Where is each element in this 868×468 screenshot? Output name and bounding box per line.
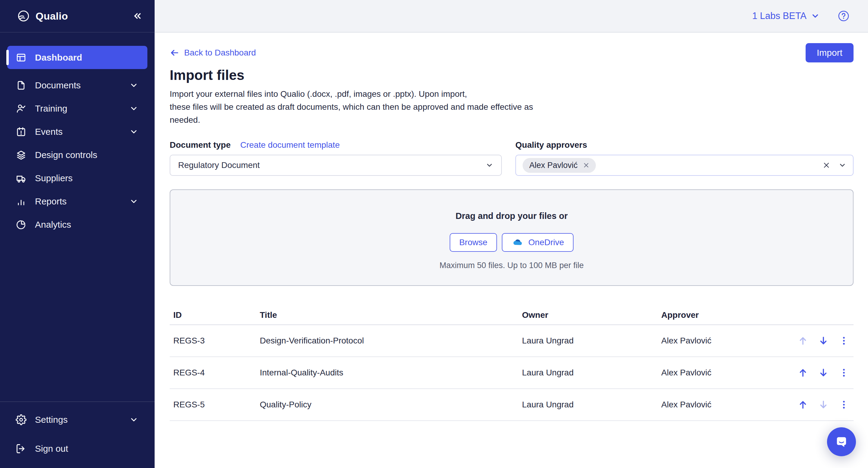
import-form-row: Document type Create document template R… xyxy=(170,140,854,176)
cell-id: REGS-4 xyxy=(170,368,256,378)
close-icon xyxy=(583,162,590,169)
help-button[interactable] xyxy=(838,10,849,22)
sidebar-item-label: Settings xyxy=(35,415,129,425)
cell-owner: Laura Ungrad xyxy=(518,400,658,409)
gear-icon xyxy=(16,414,27,425)
sidebar-item-dashboard[interactable]: Dashboard xyxy=(7,46,147,69)
sidebar-item-settings[interactable]: Settings xyxy=(7,408,147,431)
column-header-owner: Owner xyxy=(518,310,658,320)
account-switcher[interactable]: 1 Labs BETA xyxy=(752,10,820,21)
quality-approvers-field: Quality approvers Alex Pavlović xyxy=(516,140,854,176)
page-description: Import your external files into Qualio (… xyxy=(170,87,854,126)
column-header-id: ID xyxy=(170,310,256,320)
move-up-button[interactable] xyxy=(796,398,809,411)
chevron-down-icon xyxy=(129,127,138,136)
main-content: Back to Dashboard Import Import files Im… xyxy=(155,33,868,468)
cell-title: Internal-Quality-Audits xyxy=(256,368,518,378)
pie-chart-icon xyxy=(16,219,27,230)
account-label: 1 Labs BETA xyxy=(752,10,807,21)
chevron-down-icon xyxy=(129,104,138,113)
move-down-button[interactable] xyxy=(817,366,830,379)
sidebar-item-events[interactable]: Events xyxy=(7,120,147,143)
row-menu-button[interactable] xyxy=(837,334,850,347)
sidebar-item-documents[interactable]: Documents xyxy=(7,74,147,97)
user-check-icon xyxy=(16,103,27,114)
sidebar-header: Qualio xyxy=(0,0,155,33)
page-title: Import files xyxy=(170,67,854,83)
browse-button[interactable]: Browse xyxy=(450,233,497,252)
sidebar-item-sign-out[interactable]: Sign out xyxy=(7,437,147,460)
sidebar-item-label: Documents xyxy=(35,80,129,90)
move-down-button[interactable] xyxy=(817,334,830,347)
arrow-up-icon xyxy=(798,368,808,378)
row-menu-button[interactable] xyxy=(837,398,850,411)
browse-button-label: Browse xyxy=(459,238,487,247)
sidebar-item-label: Dashboard xyxy=(35,53,138,63)
file-dropzone[interactable]: Drag and drop your files or Browse OneDr… xyxy=(170,189,854,286)
cell-owner: Laura Ungrad xyxy=(518,368,658,378)
back-row: Back to Dashboard Import xyxy=(170,43,854,63)
cell-title: Design-Verification-Protocol xyxy=(256,336,518,346)
cell-title: Quality-Policy xyxy=(256,400,518,409)
sidebar-item-training[interactable]: Training xyxy=(7,97,147,120)
import-files-table: ID Title Owner Approver REGS-3 Design-Ve… xyxy=(170,306,854,421)
quality-approvers-select[interactable]: Alex Pavlović xyxy=(516,155,854,176)
arrow-down-icon xyxy=(818,335,829,346)
table-row: REGS-4 Internal-Quality-Audits Laura Ung… xyxy=(170,357,854,389)
chevron-down-icon xyxy=(811,11,820,21)
chevron-down-icon xyxy=(129,415,138,424)
chat-bubble-icon xyxy=(834,434,849,449)
bar-chart-icon xyxy=(16,196,27,207)
cell-id: REGS-5 xyxy=(170,400,256,409)
kebab-menu-icon xyxy=(839,335,849,346)
sidebar-bottom: Settings Sign out xyxy=(0,401,155,468)
clear-approvers-button[interactable] xyxy=(822,161,831,170)
cell-approver: Alex Pavlović xyxy=(658,368,793,378)
kebab-menu-icon xyxy=(839,368,849,378)
kebab-menu-icon xyxy=(839,400,849,410)
sidebar-item-reports[interactable]: Reports xyxy=(7,190,147,213)
move-down-button[interactable] xyxy=(817,398,830,411)
sign-out-icon xyxy=(16,443,27,454)
approver-tag: Alex Pavlović xyxy=(523,158,596,173)
table-header: ID Title Owner Approver xyxy=(170,306,854,325)
back-to-dashboard-link[interactable]: Back to Dashboard xyxy=(170,48,256,58)
row-menu-button[interactable] xyxy=(837,366,850,379)
sidebar-item-label: Design controls xyxy=(35,150,138,160)
cell-approver: Alex Pavlović xyxy=(658,400,793,409)
arrow-up-icon xyxy=(798,400,808,410)
description-line: Import your external files into Qualio (… xyxy=(170,87,854,100)
sidebar-item-design-controls[interactable]: Design controls xyxy=(7,143,147,167)
truck-icon xyxy=(16,173,27,184)
close-icon xyxy=(822,161,831,170)
layers-icon xyxy=(16,150,27,160)
onedrive-button-label: OneDrive xyxy=(528,238,564,247)
move-up-button[interactable] xyxy=(796,334,809,347)
logo-text: Qualio xyxy=(36,10,68,22)
table-row: REGS-5 Quality-Policy Laura Ungrad Alex … xyxy=(170,389,854,421)
create-document-template-link[interactable]: Create document template xyxy=(240,140,340,150)
topbar: 1 Labs BETA xyxy=(155,0,868,33)
back-link-label: Back to Dashboard xyxy=(184,48,256,58)
arrow-up-icon xyxy=(798,335,808,346)
quality-approvers-label: Quality approvers xyxy=(516,140,587,150)
sidebar-collapse-button[interactable] xyxy=(132,11,143,21)
sidebar-item-suppliers[interactable]: Suppliers xyxy=(7,167,147,190)
description-line: needed. xyxy=(170,113,854,126)
sidebar-item-label: Events xyxy=(35,127,129,137)
chat-launcher-button[interactable] xyxy=(827,427,856,456)
description-line: these files will be created as draft doc… xyxy=(170,100,854,113)
import-button[interactable]: Import xyxy=(806,43,854,62)
document-type-select[interactable]: Regulatory Document xyxy=(170,155,502,176)
cell-owner: Laura Ungrad xyxy=(518,336,658,346)
remove-approver-button[interactable] xyxy=(583,162,590,169)
sidebar-item-label: Training xyxy=(35,104,129,114)
sidebar-item-analytics[interactable]: Analytics xyxy=(7,213,147,236)
chevron-down-icon xyxy=(838,161,846,169)
approver-tag-label: Alex Pavlović xyxy=(529,161,578,170)
arrow-left-icon xyxy=(170,48,179,58)
dropzone-note: Maximum 50 files. Up to 100 MB per file xyxy=(439,261,584,270)
move-up-button[interactable] xyxy=(796,366,809,379)
qualio-logo: Qualio xyxy=(17,9,68,23)
onedrive-button[interactable]: OneDrive xyxy=(502,233,574,252)
